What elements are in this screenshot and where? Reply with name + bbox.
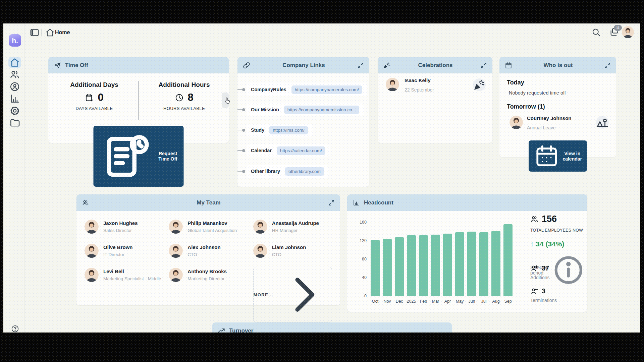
avatar [169,268,183,282]
expand-icon[interactable] [480,62,487,69]
calendar-plus-icon [85,93,94,102]
link-url-chip[interactable]: https://lms.com/ [269,126,308,134]
user-plus-icon [530,264,539,273]
notification-badge: 11 [614,25,622,31]
sidebar-item-documents[interactable] [8,117,21,128]
expand-icon[interactable] [328,199,335,206]
who-is-out-title: Who is out [516,62,600,69]
member-name: Anthony Brooks [187,268,227,274]
sidebar-item-team[interactable] [8,69,21,80]
celebrations-card: Celebrations Isaac Kelly 22 September [378,57,492,143]
avatar [85,268,99,282]
sidebar-toggle-icon[interactable] [30,27,40,38]
terminations-label: Terminations [530,298,557,303]
help-icon[interactable] [11,324,19,333]
link-row[interactable]: CompanyRuleshttps://companynamerules.com… [237,82,369,97]
team-member[interactable]: Anastasija AudrupeHR Manager [253,219,332,235]
member-role: Marketing Director [187,276,227,281]
link-url-chip[interactable]: otherlibrary.com [285,167,324,176]
avatar [386,78,399,91]
terminations-value: 3 [542,287,545,295]
turnover-card: Turnover [212,322,452,333]
app-window: Home 11 h. Time Off Additional Days 0 DA… [3,23,640,333]
team-member[interactable]: Liam JohnsonCTO [253,243,332,259]
link-row[interactable]: Our Missionhttps://companynamemission.co… [237,102,369,117]
headcount-bars [371,223,516,296]
link-row[interactable]: Studyhttps://lms.com/ [237,123,369,137]
page-title: Home [55,29,70,36]
bar-May [455,232,464,296]
out-person-reason: Annual Leave [527,125,556,130]
link-url-chip[interactable]: https://companynamemission.co... [284,106,359,114]
sidebar-item-analytics[interactable] [8,93,21,104]
member-name: Jaxon Hughes [103,220,138,226]
more-button[interactable]: MORE... [253,267,332,322]
calendar-icon [534,143,559,169]
avatar [169,244,183,258]
team-member[interactable]: Olive BrownIT Director [85,243,163,259]
x-tick-label: Sep [502,299,514,304]
member-name: Anastasija Audrupe [272,220,319,226]
expand-icon[interactable] [604,62,611,69]
out-person-name[interactable]: Courtney Johnson [527,115,572,121]
calendar-icon [505,62,512,69]
info-icon[interactable] [550,252,587,288]
x-tick-label: Nov [381,299,393,304]
bar-Oct [371,240,380,296]
team-member[interactable]: Philip ManankovGlobal Talent Acquisition [169,219,248,235]
home-icon[interactable] [45,27,55,38]
x-tick-label: 2025 [405,299,418,304]
avatar [253,220,267,234]
link-row[interactable]: Other libraryotherlibrary.com [237,164,369,179]
my-team-card: My Team Jaxon HughesSales Director Phili… [76,194,340,305]
plane-icon [54,62,61,69]
request-time-off-button[interactable]: Request Time Off [94,126,184,187]
notifications-icon[interactable]: 11 [609,27,619,37]
tomorrow-label: Tomorrow (1) [507,103,545,110]
celebrations-header: Celebrations [378,57,492,73]
who-is-out-card: Who is out Today Nobody requested time o… [499,57,616,157]
expand-icon[interactable] [357,62,364,69]
link-label: Calendar [251,148,272,153]
sidebar-item-settings[interactable] [8,105,21,116]
bar-2025 [407,235,416,296]
link-label: Our Mission [251,107,279,112]
party-popper-icon [383,62,390,69]
member-role: Global Talent Acquisition [187,228,237,233]
x-tick-label: Jul [478,299,490,304]
team-member[interactable]: Alex JohnsonCTO [169,243,248,259]
topbar-divider [41,29,42,36]
additional-days-heading: Additional Days [52,81,136,88]
link-row[interactable]: Calendarhttps://calendar.com/ [237,143,369,158]
user-minus-icon [530,287,539,295]
total-employees-value: 156 [542,214,557,224]
view-in-calendar-button[interactable]: View in calendar [529,140,587,172]
link-url-chip[interactable]: https://companynamerules.com/ [291,85,362,94]
team-member[interactable]: Anthony BrooksMarketing Director [169,267,248,283]
dot-icon [242,129,245,132]
days-available-label: DAYS AVAILABLE [52,106,136,111]
celebration-date: 22 September [405,87,434,93]
headcount-card: Headcount 04080120160 OctNovDec2025FebMa… [347,194,587,312]
column-divider [138,81,139,120]
company-links-card: Company Links CompanyRuleshttps://compan… [237,57,369,187]
link-icon [243,62,250,69]
bar-Jun [467,232,476,296]
search-icon[interactable] [591,27,601,37]
team-member[interactable]: Levi BellMarketing Specialist - Middle [85,267,163,283]
sidebar-item-profile[interactable] [8,81,21,92]
company-links-title: Company Links [254,62,353,69]
link-url-chip[interactable]: https://calendar.com/ [277,146,325,155]
additional-hours-heading: Additional Hours [142,81,226,88]
bar-Mar [431,235,440,296]
team-member[interactable]: Jaxon HughesSales Director [85,219,163,235]
sidebar-item-home[interactable] [8,57,21,68]
x-tick-label: Aug [490,299,502,304]
app-logo[interactable]: h. [9,34,21,47]
carousel-scroll-handle[interactable] [222,93,229,108]
celebrate-button[interactable] [473,78,486,91]
celebration-name[interactable]: Isaac Kelly [405,77,431,83]
dot-icon [242,88,245,91]
user-avatar[interactable] [622,26,634,38]
y-tick-label: 40 [355,275,367,280]
